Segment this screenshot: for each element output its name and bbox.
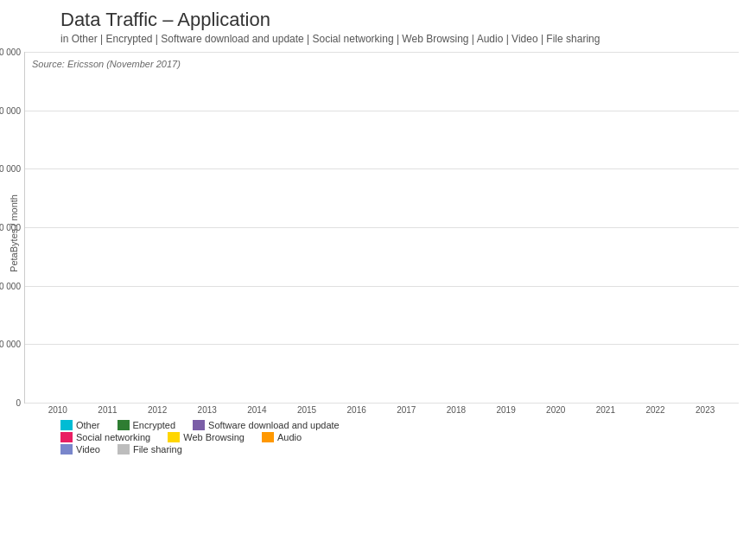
legend-item: File sharing bbox=[118, 444, 182, 455]
chart-inner: Source: Ericsson (November 2017) 120 000… bbox=[24, 52, 739, 415]
legend-row: OtherEncryptedSoftware download and upda… bbox=[60, 420, 739, 430]
y-tick-label: 0 bbox=[16, 398, 21, 408]
legend-row: Social networkingWeb BrowsingAudio bbox=[60, 432, 739, 442]
y-tick-label: 80 000 bbox=[0, 164, 21, 174]
x-tick: 2023 bbox=[680, 405, 730, 415]
legend-item: Other bbox=[60, 420, 100, 430]
x-tick: 2018 bbox=[431, 405, 481, 415]
y-axis-label: PetaBytes / month bbox=[9, 194, 26, 272]
legend-swatch bbox=[168, 432, 180, 442]
bars-container bbox=[25, 52, 739, 403]
x-tick: 2014 bbox=[232, 405, 283, 415]
legend-item: Web Browsing bbox=[168, 432, 245, 442]
legend-label: Web Browsing bbox=[183, 432, 245, 442]
legend-label: Social networking bbox=[76, 432, 150, 442]
legend-swatch bbox=[60, 444, 73, 455]
x-tick: 2019 bbox=[481, 405, 531, 415]
chart-container: Data Traffic – Application in Other | En… bbox=[0, 0, 756, 534]
legend-swatch bbox=[60, 432, 73, 442]
legend-label: Other bbox=[76, 420, 100, 430]
legend-label: Software download and update bbox=[208, 420, 340, 430]
legend-label: File sharing bbox=[133, 444, 182, 455]
legend-item: Audio bbox=[262, 432, 302, 442]
legend-swatch bbox=[118, 420, 130, 430]
x-tick: 2021 bbox=[581, 405, 631, 415]
legend: OtherEncryptedSoftware download and upda… bbox=[60, 420, 739, 455]
plot-area: Source: Ericsson (November 2017) 120 000… bbox=[24, 52, 739, 404]
x-axis: 2010201120122013201420152016201720182019… bbox=[24, 405, 739, 415]
x-tick: 2011 bbox=[83, 405, 133, 415]
legend-label: Encrypted bbox=[133, 420, 176, 430]
legend-swatch bbox=[118, 444, 130, 455]
legend-item: Encrypted bbox=[118, 420, 176, 430]
chart-title: Data Traffic – Application bbox=[60, 9, 739, 31]
y-tick-label: 100 000 bbox=[0, 105, 21, 115]
x-tick: 2010 bbox=[33, 405, 83, 415]
gridline bbox=[25, 403, 739, 404]
legend-swatch bbox=[262, 432, 274, 442]
chart-subtitle: in Other | Encrypted | Software download… bbox=[60, 33, 739, 45]
legend-label: Video bbox=[76, 444, 100, 455]
y-tick-label: 40 000 bbox=[0, 281, 21, 290]
legend-item: Social networking bbox=[60, 432, 150, 442]
x-tick: 2020 bbox=[530, 405, 581, 415]
x-tick: 2022 bbox=[631, 405, 681, 415]
legend-row: VideoFile sharing bbox=[60, 444, 739, 455]
y-tick-label: 60 000 bbox=[0, 223, 21, 232]
x-tick: 2017 bbox=[381, 405, 431, 415]
legend-swatch bbox=[60, 420, 73, 430]
chart-area: PetaBytes / month Source: Ericsson (Nove… bbox=[9, 52, 739, 415]
legend-label: Audio bbox=[277, 432, 302, 442]
legend-item: Video bbox=[60, 444, 100, 455]
x-tick: 2015 bbox=[282, 405, 332, 415]
legend-item: Software download and update bbox=[193, 420, 340, 430]
x-tick: 2016 bbox=[332, 405, 382, 415]
x-tick: 2013 bbox=[182, 405, 232, 415]
x-tick: 2012 bbox=[132, 405, 182, 415]
legend-swatch bbox=[193, 420, 205, 430]
y-tick-label: 120 000 bbox=[0, 48, 21, 57]
y-tick-label: 20 000 bbox=[0, 340, 21, 349]
